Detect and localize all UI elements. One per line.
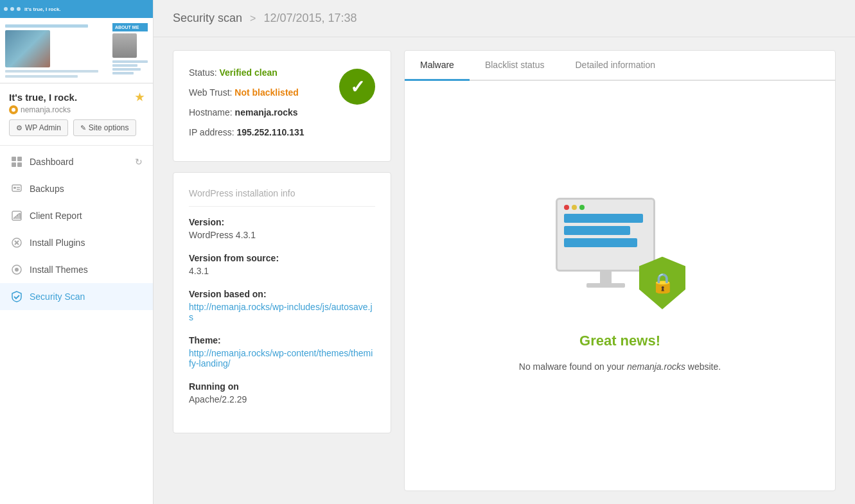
tab-blacklist-label: Blacklist status (485, 60, 545, 70)
tab-detailed[interactable]: Detailed information (560, 51, 671, 81)
sidebar-item-dashboard[interactable]: Dashboard ↻ (0, 148, 153, 175)
version-source-label: Version from source: (189, 253, 375, 263)
breadcrumb-date: 12/07/2015, 17:38 (263, 12, 357, 25)
site-url-row: nemanja.rocks (9, 105, 144, 114)
status-card: Status: Verified clean Web Trust: Not bl… (173, 50, 391, 162)
content-area: Status: Verified clean Web Trust: Not bl… (154, 37, 855, 504)
plugins-icon (10, 236, 23, 249)
preview-image: It's true, I rock. ABOUT ME (0, 0, 153, 83)
malware-tab-content: 🔒 Great news! No malware found on your n… (405, 81, 835, 491)
left-panel: Status: Verified clean Web Trust: Not bl… (173, 50, 391, 491)
ip-value: 195.252.110.131 (236, 127, 304, 137)
security-illustration: 🔒 (549, 198, 691, 320)
wp-info-title: WordPress installation info (189, 188, 375, 207)
backups-icon (10, 182, 23, 195)
wp-admin-button[interactable]: ⚙ WP Admin (9, 119, 68, 136)
site-action-buttons: ⚙ WP Admin ✎ Site options (0, 119, 153, 145)
site-options-label: Site options (89, 123, 129, 132)
checkmark-icon: ✓ (350, 76, 365, 98)
monitor-stand (600, 272, 612, 283)
monitor-base (586, 283, 625, 288)
security-scan-label: Security Scan (30, 291, 85, 302)
svg-rect-0 (12, 157, 16, 161)
version-based-section: Version based on: http://nemanja.rocks/w… (189, 289, 375, 322)
version-based-link[interactable]: http://nemanja.rocks/wp-includes/js/auto… (189, 302, 373, 322)
sidebar-item-install-plugins[interactable]: Install Plugins (0, 229, 153, 256)
theme-link[interactable]: http://nemanja.rocks/wp-content/themes/t… (189, 348, 373, 369)
svg-rect-2 (12, 162, 16, 167)
site-info: It's true, I rock. ★ nemanja.rocks (0, 83, 153, 119)
breadcrumb: Security scan > 12/07/2015, 17:38 (154, 0, 855, 37)
breadcrumb-separator: > (250, 13, 256, 24)
status-row: Status: Verified clean Web Trust: Not bl… (189, 66, 375, 146)
tab-malware-label: Malware (420, 60, 454, 70)
web-trust-line: Web Trust: Not blacklisted (189, 86, 339, 100)
wp-admin-label: WP Admin (25, 123, 61, 132)
backups-label: Backups (30, 184, 64, 194)
client-report-label: Client Report (30, 211, 82, 221)
version-source-value: 4.3.1 (189, 266, 375, 276)
status-line: Status: Verified clean (189, 66, 339, 80)
settings-icon: ✎ (80, 124, 86, 132)
breadcrumb-page: Security scan (173, 12, 242, 25)
svg-rect-3 (17, 162, 22, 167)
version-based-label: Version based on: (189, 289, 375, 299)
web-trust-value: Not blacklisted (234, 87, 299, 98)
status-check-icon: ✓ (339, 69, 375, 105)
sidebar-divider (0, 145, 153, 146)
sidebar-item-security-scan[interactable]: Security Scan (0, 283, 153, 310)
refresh-icon[interactable]: ↻ (135, 157, 143, 167)
ip-line: IP address: 195.252.110.131 (189, 126, 339, 139)
malware-msg-prefix: No malware found on your (519, 361, 627, 372)
wp-admin-icon: ⚙ (16, 124, 22, 132)
report-icon (10, 209, 23, 222)
favorite-star-icon[interactable]: ★ (135, 91, 144, 103)
shield-shape: 🔒 (639, 257, 685, 309)
hostname-label: Hostname: (189, 107, 233, 117)
screen-line-2 (564, 226, 630, 235)
dot-red (564, 205, 569, 210)
version-section: Version: WordPress 4.3.1 (189, 217, 375, 240)
running-label: Running on (189, 381, 375, 392)
site-options-button[interactable]: ✎ Site options (73, 119, 136, 136)
status-value: Verified clean (219, 67, 277, 78)
sidebar-item-install-themes[interactable]: Install Themes (0, 256, 153, 283)
status-label: Status: (189, 67, 217, 78)
dot-yellow (572, 205, 577, 210)
dashboard-label: Dashboard (30, 157, 74, 167)
wp-info-card: WordPress installation info Version: Wor… (173, 172, 391, 433)
running-section: Running on Apache/2.2.29 (189, 381, 375, 404)
sidebar: It's true, I rock. ABOUT ME (0, 0, 154, 504)
site-title: It's true, I rock. (9, 92, 77, 103)
web-trust-label: Web Trust: (189, 87, 232, 98)
right-panel: Malware Blacklist status Detailed inform… (404, 50, 836, 491)
malware-message: No malware found on your nemanja.rocks w… (519, 360, 721, 374)
great-news-text: Great news! (579, 333, 660, 349)
preview-title: It's true, I rock. (24, 6, 61, 12)
security-scan-icon (10, 290, 23, 303)
tab-detailed-label: Detailed information (576, 60, 656, 70)
svg-rect-1 (17, 157, 22, 161)
tab-blacklist[interactable]: Blacklist status (470, 51, 560, 81)
site-name-row: It's true, I rock. ★ (9, 91, 144, 103)
sidebar-item-backups[interactable]: Backups (0, 175, 153, 202)
svg-point-17 (15, 268, 19, 272)
version-value: WordPress 4.3.1 (189, 230, 375, 240)
site-url-text: nemanja.rocks (21, 105, 71, 114)
tab-malware[interactable]: Malware (405, 51, 470, 81)
sidebar-item-client-report[interactable]: Client Report (0, 202, 153, 229)
lock-icon: 🔒 (651, 272, 674, 294)
status-info: Status: Verified clean Web Trust: Not bl… (189, 66, 339, 146)
main-content: Security scan > 12/07/2015, 17:38 Status… (154, 0, 855, 504)
shield-lock-graphic: 🔒 (639, 257, 691, 315)
install-plugins-label: Install Plugins (30, 238, 85, 248)
theme-section: Theme: http://nemanja.rocks/wp-content/t… (189, 335, 375, 369)
malware-msg-suffix: website. (685, 361, 721, 372)
screen-line-3 (564, 238, 637, 247)
site-preview: It's true, I rock. ABOUT ME (0, 0, 153, 83)
tabs-bar: Malware Blacklist status Detailed inform… (405, 51, 835, 81)
malware-site-name: nemanja.rocks (627, 361, 685, 372)
hostname-value: nemanja.rocks (235, 107, 298, 117)
version-label: Version: (189, 217, 375, 227)
running-value: Apache/2.2.29 (189, 394, 375, 404)
